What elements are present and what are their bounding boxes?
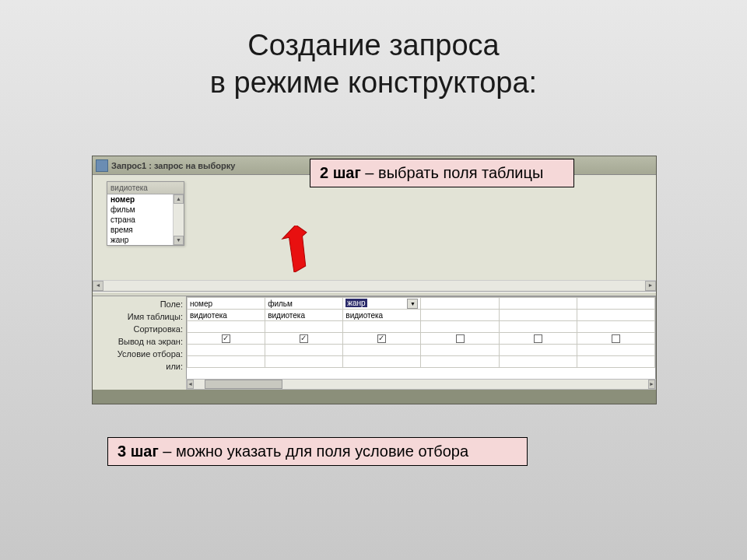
grid-cell[interactable]	[577, 298, 654, 310]
grid-cell[interactable]	[577, 333, 654, 345]
grid-cell[interactable]	[421, 310, 499, 321]
grid-cell[interactable]: видиотека	[265, 310, 343, 321]
query-designer-window: Запрос1 : запрос на выборку видиотека но…	[92, 156, 657, 404]
grid-cell[interactable]	[265, 345, 343, 356]
grid-cell[interactable]	[421, 321, 499, 333]
grid-row-show	[188, 333, 655, 345]
grid-cell[interactable]	[421, 356, 499, 368]
grid-cell[interactable]	[421, 298, 499, 310]
grid-cell[interactable]	[188, 333, 265, 345]
scroll-left-icon[interactable]: ◄	[187, 380, 194, 389]
scroll-up-icon[interactable]: ▲	[174, 194, 184, 204]
grid-cell[interactable]	[265, 356, 343, 368]
svg-marker-0	[280, 226, 311, 272]
field-item[interactable]: жанр	[107, 235, 173, 245]
row-label-or: или:	[93, 360, 186, 373]
slide-title-line1: Создание запроса	[247, 29, 499, 61]
field-item[interactable]: страна	[107, 215, 173, 225]
tables-pane: видиотека номер фильм страна время жанр …	[93, 175, 656, 292]
grid-cell[interactable]	[343, 356, 421, 368]
grid-cell[interactable]: видиотека	[188, 310, 265, 321]
qbe-grid[interactable]: номер фильм жанр▼ видиотека видиотека ви…	[186, 296, 656, 390]
slide-title-line2: в режиме конструктора:	[210, 66, 537, 99]
grid-cell[interactable]	[577, 356, 654, 368]
grid-hscroll[interactable]: ◄ ►	[186, 379, 656, 390]
query-window-icon	[96, 159, 108, 172]
source-table-fields[interactable]: номер фильм страна время жанр	[107, 194, 173, 245]
row-label-sort: Сортировка:	[93, 323, 186, 335]
grid-cell-active[interactable]: жанр▼	[343, 298, 421, 310]
source-table-name: видиотека	[107, 182, 184, 194]
grid-cell[interactable]: номер	[188, 298, 265, 310]
callout-step3: 3 шаг – можно указать для поля условие о…	[107, 437, 528, 466]
callout-step2-bold: 2 шаг	[320, 164, 361, 181]
grid-row-or	[188, 356, 655, 368]
grid-cell[interactable]	[499, 321, 577, 333]
field-item[interactable]: фильм	[107, 205, 173, 215]
row-label-field: Поле:	[93, 298, 186, 310]
window-title: Запрос1 : запрос на выборку	[111, 161, 235, 170]
scroll-right-icon[interactable]: ►	[645, 281, 656, 291]
grid-row-field: номер фильм жанр▼	[188, 298, 655, 310]
grid-cell[interactable]	[577, 321, 654, 333]
show-checkbox[interactable]	[534, 334, 542, 343]
callout-step2: 2 шаг – выбрать поля таблицы	[310, 159, 574, 187]
row-label-criteria: Условие отбора:	[93, 348, 186, 360]
grid-cell[interactable]	[265, 321, 343, 333]
callout-step3-bold: 3 шаг	[117, 443, 159, 460]
qbe-grid-pane: Поле: Имя таблицы: Сортировка: Вывод на …	[93, 296, 656, 390]
grid-cell[interactable]	[577, 345, 654, 356]
show-checkbox[interactable]	[377, 334, 386, 343]
grid-cell[interactable]	[188, 356, 265, 368]
field-list-scrollbar[interactable]: ▲ ▼	[173, 194, 184, 245]
show-checkbox[interactable]	[222, 334, 230, 343]
source-table-box[interactable]: видиотека номер фильм страна время жанр …	[107, 181, 184, 246]
scroll-down-icon[interactable]: ▼	[174, 236, 184, 245]
grid-cell[interactable]	[577, 310, 654, 321]
grid-cell[interactable]	[499, 298, 577, 310]
callout-step2-text: – выбрать поля таблицы	[361, 164, 544, 181]
grid-row-table: видиотека видиотека видиотека	[188, 310, 655, 321]
slide-title: Создание запроса в режиме конструктора:	[93, 27, 654, 101]
show-checkbox[interactable]	[612, 334, 620, 343]
scroll-right-icon[interactable]: ►	[648, 380, 655, 389]
scroll-left-icon[interactable]: ◄	[93, 281, 103, 291]
show-checkbox[interactable]	[456, 334, 465, 343]
grid-cell[interactable]	[343, 321, 421, 333]
grid-cell[interactable]	[421, 333, 499, 345]
grid-cell[interactable]	[343, 345, 421, 356]
grid-cell[interactable]	[188, 345, 265, 356]
grid-cell[interactable]	[188, 321, 265, 333]
field-item[interactable]: номер	[107, 194, 173, 205]
grid-row-sort	[188, 321, 655, 333]
red-arrow-icon	[280, 226, 311, 272]
grid-cell[interactable]	[499, 345, 577, 356]
grid-cell[interactable]	[499, 333, 577, 345]
scroll-thumb[interactable]	[205, 380, 282, 389]
callout-step3-text: – можно указать для поля условие отбора	[159, 443, 468, 460]
grid-cell[interactable]	[265, 333, 343, 345]
grid-cell[interactable]: видиотека	[343, 310, 421, 321]
grid-cell[interactable]	[343, 333, 421, 345]
row-label-table: Имя таблицы:	[93, 310, 186, 323]
grid-cell[interactable]	[499, 356, 577, 368]
show-checkbox[interactable]	[300, 334, 308, 343]
row-label-show: Вывод на экран:	[93, 335, 186, 348]
tables-pane-hscroll[interactable]: ◄ ►	[93, 280, 656, 291]
grid-cell[interactable]	[499, 310, 577, 321]
grid-cell[interactable]: фильм	[265, 298, 343, 310]
grid-cell[interactable]	[421, 345, 499, 356]
grid-row-labels: Поле: Имя таблицы: Сортировка: Вывод на …	[93, 296, 186, 390]
field-item[interactable]: время	[107, 225, 173, 235]
grid-row-criteria	[188, 345, 655, 356]
dropdown-icon[interactable]: ▼	[407, 299, 418, 309]
